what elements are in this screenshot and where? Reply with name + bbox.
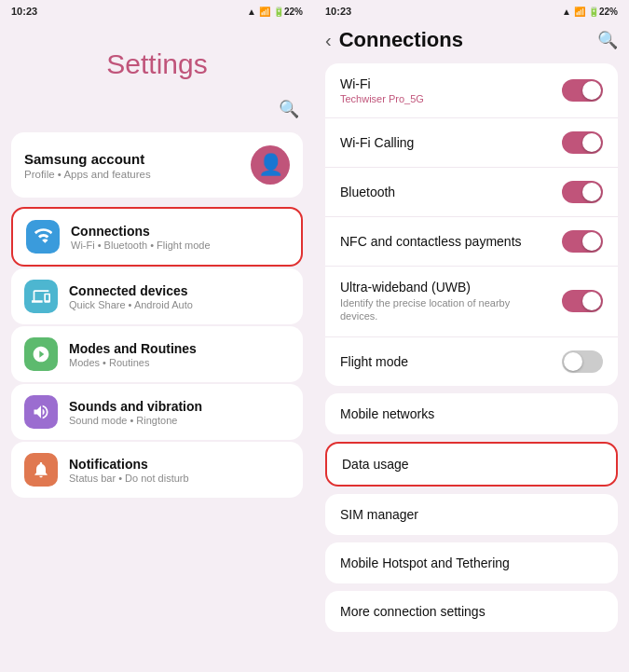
connections-subtitle: Wi-Fi • Bluetooth • Flight mode bbox=[71, 240, 211, 251]
connected-devices-text: Connected devices Quick Share • Android … bbox=[69, 283, 193, 310]
nfc-item[interactable]: NFC and contactless payments bbox=[325, 217, 618, 267]
connections-text: Connections Wi-Fi • Bluetooth • Flight m… bbox=[71, 224, 211, 251]
menu-list: Connections Wi-Fi • Bluetooth • Flight m… bbox=[11, 207, 303, 498]
search-row: 🔍 bbox=[11, 99, 303, 119]
left-search-button[interactable]: 🔍 bbox=[279, 99, 299, 119]
connected-devices-label: Connected devices bbox=[69, 283, 193, 298]
samsung-account-name: Samsung account bbox=[24, 151, 151, 167]
right-search-button[interactable]: 🔍 bbox=[597, 30, 618, 50]
nfc-toggle[interactable] bbox=[562, 230, 603, 253]
notifications-text: Notifications Status bar • Do not distur… bbox=[69, 457, 189, 484]
mobile-networks-label: Mobile networks bbox=[340, 406, 434, 421]
sounds-subtitle: Sound mode • Ringtone bbox=[69, 415, 202, 426]
modes-icon bbox=[24, 337, 58, 371]
modes-text: Modes and Routines Modes • Routines bbox=[69, 341, 197, 368]
mobile-hotspot-item[interactable]: Mobile Hotspot and Tethering bbox=[325, 542, 618, 583]
notifications-icon bbox=[24, 453, 58, 487]
menu-item-connected-devices[interactable]: Connected devices Quick Share • Android … bbox=[11, 268, 303, 324]
uwb-item[interactable]: Ultra-wideband (UWB) Identify the precis… bbox=[325, 267, 618, 337]
wifi-text: Wi-Fi Techwiser Pro_5G bbox=[340, 76, 424, 104]
connected-devices-icon bbox=[24, 280, 58, 313]
right-content: ‹ Connections 🔍 Wi-Fi Techwiser Pro_5G W… bbox=[314, 21, 629, 672]
left-status-icons: ▲ 📶 🔋22% bbox=[247, 7, 303, 17]
sounds-label: Sounds and vibration bbox=[69, 399, 202, 414]
more-connection-label: More connection settings bbox=[340, 604, 485, 619]
sim-manager-label: SIM manager bbox=[340, 507, 418, 522]
uwb-text: Ultra-wideband (UWB) Identify the precis… bbox=[340, 280, 545, 323]
wifi-label: Wi-Fi bbox=[340, 76, 424, 91]
wifi-calling-label: Wi-Fi Calling bbox=[340, 135, 414, 150]
avatar-icon: 👤 bbox=[258, 153, 283, 177]
connections-label: Connections bbox=[71, 224, 211, 239]
left-status-bar: 10:23 ▲ 📶 🔋22% bbox=[0, 0, 314, 21]
left-panel: 10:23 ▲ 📶 🔋22% Settings 🔍 Samsung accoun… bbox=[0, 0, 314, 672]
notifications-label: Notifications bbox=[69, 457, 189, 472]
wifi-calling-toggle[interactable] bbox=[562, 131, 603, 154]
mobile-hotspot-label: Mobile Hotspot and Tethering bbox=[340, 555, 510, 570]
nfc-label: NFC and contactless payments bbox=[340, 234, 522, 249]
right-status-bar: 10:23 ▲ 📶 🔋22% bbox=[314, 0, 629, 21]
samsung-account-info: Samsung account Profile • Apps and featu… bbox=[24, 151, 151, 180]
left-time: 10:23 bbox=[11, 6, 37, 17]
wifi-calling-toggle-knob bbox=[582, 133, 601, 152]
samsung-account-subtitle: Profile • Apps and features bbox=[24, 169, 151, 180]
sim-manager-item[interactable]: SIM manager bbox=[325, 494, 618, 535]
left-content: Settings 🔍 Samsung account Profile • App… bbox=[0, 21, 314, 672]
data-usage-label: Data usage bbox=[342, 457, 409, 472]
flight-mode-toggle[interactable] bbox=[562, 350, 603, 373]
modes-subtitle: Modes • Routines bbox=[69, 357, 197, 368]
menu-item-modes[interactable]: Modes and Routines Modes • Routines bbox=[11, 326, 303, 382]
wifi-calling-item[interactable]: Wi-Fi Calling bbox=[325, 118, 618, 168]
menu-item-sounds[interactable]: Sounds and vibration Sound mode • Ringto… bbox=[11, 384, 303, 440]
mobile-networks-item[interactable]: Mobile networks bbox=[325, 393, 618, 434]
nfc-text: NFC and contactless payments bbox=[340, 234, 522, 249]
settings-title: Settings bbox=[11, 48, 303, 80]
flight-mode-text: Flight mode bbox=[340, 354, 408, 369]
bluetooth-label: Bluetooth bbox=[340, 185, 395, 199]
uwb-toggle[interactable] bbox=[562, 290, 603, 312]
data-usage-item[interactable]: Data usage bbox=[325, 442, 618, 487]
nfc-toggle-knob bbox=[582, 232, 601, 251]
flight-mode-item[interactable]: Flight mode bbox=[325, 337, 618, 386]
bluetooth-text: Bluetooth bbox=[340, 185, 395, 199]
wifi-item[interactable]: Wi-Fi Techwiser Pro_5G bbox=[325, 63, 618, 118]
bluetooth-toggle[interactable] bbox=[562, 181, 603, 203]
wifi-calling-text: Wi-Fi Calling bbox=[340, 135, 414, 150]
flight-mode-label: Flight mode bbox=[340, 354, 408, 369]
right-panel: 10:23 ▲ 📶 🔋22% ‹ Connections 🔍 Wi-Fi Tec… bbox=[314, 0, 629, 672]
bluetooth-item[interactable]: Bluetooth bbox=[325, 168, 618, 217]
menu-item-connections[interactable]: Connections Wi-Fi • Bluetooth • Flight m… bbox=[11, 207, 303, 267]
connected-devices-subtitle: Quick Share • Android Auto bbox=[69, 299, 193, 310]
connections-title: Connections bbox=[339, 28, 597, 52]
sounds-icon bbox=[24, 395, 58, 429]
uwb-toggle-knob bbox=[582, 292, 601, 310]
menu-item-notifications[interactable]: Notifications Status bar • Do not distur… bbox=[11, 442, 303, 498]
uwb-desc: Identify the precise location of nearby … bbox=[340, 296, 545, 323]
notifications-subtitle: Status bar • Do not disturb bbox=[69, 473, 189, 484]
wifi-toggle-knob bbox=[582, 81, 601, 100]
samsung-account-card[interactable]: Samsung account Profile • Apps and featu… bbox=[11, 132, 303, 198]
avatar: 👤 bbox=[251, 145, 290, 185]
flight-mode-toggle-knob bbox=[564, 352, 582, 371]
right-time: 10:23 bbox=[325, 6, 351, 17]
connections-card: Wi-Fi Techwiser Pro_5G Wi-Fi Calling bbox=[325, 63, 618, 386]
modes-label: Modes and Routines bbox=[69, 341, 197, 356]
wifi-toggle[interactable] bbox=[562, 79, 603, 102]
connections-icon bbox=[26, 220, 60, 254]
bluetooth-toggle-knob bbox=[582, 183, 601, 201]
connections-header: ‹ Connections 🔍 bbox=[325, 21, 618, 63]
uwb-label: Ultra-wideband (UWB) bbox=[340, 280, 545, 295]
right-status-icons: ▲ 📶 🔋22% bbox=[562, 7, 618, 17]
back-button[interactable]: ‹ bbox=[325, 30, 339, 51]
sounds-text: Sounds and vibration Sound mode • Ringto… bbox=[69, 399, 202, 426]
wifi-subtitle: Techwiser Pro_5G bbox=[340, 93, 424, 104]
more-connection-item[interactable]: More connection settings bbox=[325, 591, 618, 632]
